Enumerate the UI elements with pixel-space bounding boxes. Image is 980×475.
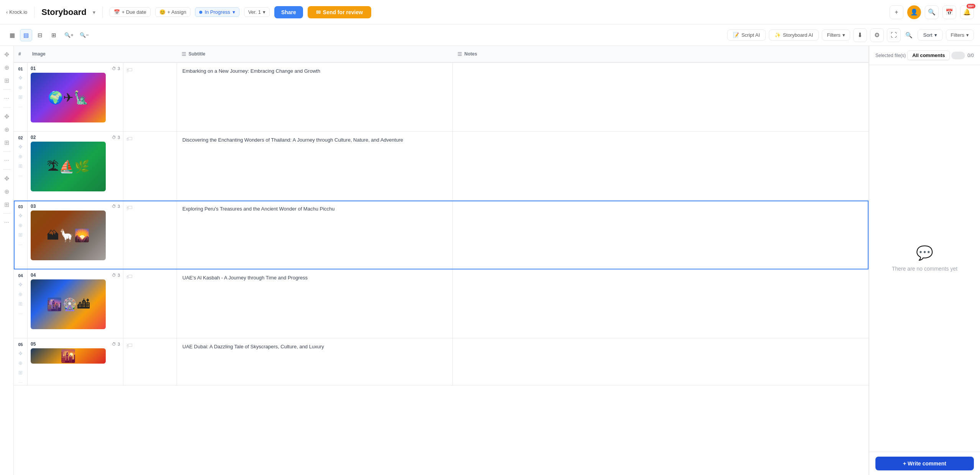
sidebar-move2-icon[interactable]: ✥ <box>2 111 12 122</box>
notification-button[interactable]: 🔔 99+ <box>960 5 974 19</box>
write-comment-button[interactable]: + Write comment <box>875 457 974 470</box>
sidebar-grid-icon[interactable]: ⊞ <box>2 75 12 86</box>
sidebar-more2-icon[interactable]: ··· <box>2 155 12 166</box>
sidebar-layers-icon[interactable]: ⊕ <box>2 62 12 73</box>
toggle-switch[interactable] <box>951 52 965 59</box>
tag-icon-1[interactable]: 🏷 <box>126 67 133 73</box>
tag-icon-3[interactable]: 🏷 <box>126 204 133 211</box>
sidebar-layers3-icon[interactable]: ⊕ <box>2 186 12 197</box>
th-num-label: # <box>18 51 21 57</box>
sidebar-more3-icon[interactable]: ··· <box>2 217 12 228</box>
more-icon-2[interactable]: ··· <box>18 173 23 178</box>
more-icon-1[interactable]: ··· <box>18 104 23 109</box>
move-icon-5[interactable]: ✥ <box>18 351 23 356</box>
row-number-5: 05 <box>18 342 23 347</box>
tag-cell-4: 🏷 <box>123 269 177 338</box>
grid-icon-5[interactable]: ⊞ <box>18 370 23 375</box>
avatar[interactable]: 👤 <box>907 5 921 19</box>
settings-button[interactable]: ⚙ <box>870 28 884 42</box>
sidebar-move3-icon[interactable]: ✥ <box>2 173 12 184</box>
notes-cell-5[interactable] <box>453 338 869 385</box>
notes-cell-1[interactable] <box>453 63 869 131</box>
download-button[interactable]: ⬇ <box>853 28 867 42</box>
search-small-button[interactable]: 🔍 <box>904 30 914 41</box>
more-icon-3[interactable]: ··· <box>18 242 23 247</box>
tag-icon-2[interactable]: 🏷 <box>126 135 133 142</box>
version-button[interactable]: Ver. 1 ▾ <box>244 7 270 17</box>
tag-icon-5[interactable]: 🏷 <box>126 342 133 349</box>
move-icon-3[interactable]: ✥ <box>18 213 23 219</box>
toolbar2: ▦ ▤ ⊟ ⊞ 🔍+ 🔍− 📝 Script AI ✨ Storyboard A… <box>0 24 980 46</box>
scene-image-1: 🌍✈🗽 <box>31 73 106 122</box>
storyboard-ai-button[interactable]: ✨ Storyboard AI <box>769 29 819 41</box>
move-icon-1[interactable]: ✥ <box>18 75 23 81</box>
zoom-out-button[interactable]: 🔍− <box>78 29 90 41</box>
subtitle-cell-3[interactable]: Exploring Peru's Treasures and the Ancie… <box>177 201 453 269</box>
calendar-button[interactable]: 📅 <box>942 5 956 19</box>
more-icon-4[interactable]: ··· <box>18 310 23 316</box>
image-cell-2[interactable]: 02 ⏱ 3 🏝⛵🌿 <box>28 132 123 200</box>
grid-icon-3[interactable]: ⊞ <box>18 232 23 238</box>
sidebar-sep5 <box>3 213 11 214</box>
subtitle-cell-1[interactable]: Embarking on a New Journey: Embracing Ch… <box>177 63 453 131</box>
back-button[interactable]: ‹ Krock.io <box>6 9 27 15</box>
clock-icon-3: ⏱ <box>112 204 116 209</box>
notes-cell-4[interactable] <box>453 269 869 338</box>
subtitle-cell-2[interactable]: Discovering the Enchanting Wonders of Th… <box>177 132 453 200</box>
layers-icon-1[interactable]: ⊕ <box>18 85 23 90</box>
grid-view-button[interactable]: ▦ <box>6 29 18 41</box>
sort-button[interactable]: Sort ▾ <box>918 29 943 41</box>
filters-main-button[interactable]: Filters ▾ <box>822 29 850 41</box>
layers-icon-2[interactable]: ⊕ <box>18 153 23 159</box>
status-button[interactable]: In Progress ▾ <box>195 7 239 17</box>
sidebar-grid3-icon[interactable]: ⊞ <box>2 199 12 210</box>
back-arrow-icon: ‹ <box>6 9 8 15</box>
scene-timer-3: ⏱ 3 <box>112 204 120 209</box>
sidebar-move-icon[interactable]: ✥ <box>2 49 12 60</box>
sidebar-grid2-icon[interactable]: ⊞ <box>2 137 12 148</box>
zoom-in-button[interactable]: 🔍+ <box>63 29 75 41</box>
search-button[interactable]: 🔍 <box>925 5 939 19</box>
table-view-button[interactable]: ⊟ <box>34 29 46 41</box>
sidebar-more-icon[interactable]: ··· <box>2 93 12 104</box>
notes-cell-2[interactable] <box>453 132 869 200</box>
filters2-button[interactable]: Filters ▾ <box>946 29 974 41</box>
storyboard-ai-icon: ✨ <box>775 32 781 38</box>
tag-icon-4[interactable]: 🏷 <box>126 273 133 280</box>
all-comments-tab[interactable]: All comments <box>907 51 950 60</box>
filters2-label: Filters <box>951 32 964 38</box>
due-date-button[interactable]: 📅 + Due date <box>110 7 151 17</box>
list-view-button[interactable]: ▤ <box>20 29 32 41</box>
subtitle-cell-5[interactable]: UAE Dubai: A Dazzling Tale of Skyscraper… <box>177 338 453 385</box>
send-review-button[interactable]: ✉ Send for review <box>308 6 371 18</box>
title-dropdown-icon[interactable]: ▾ <box>93 9 95 15</box>
subtitle-cell-4[interactable]: UAE's Al Kasbah - A Journey through Time… <box>177 269 453 338</box>
assign-button[interactable]: 😊 + Assign <box>155 7 191 17</box>
row-actions-1: ✥ ⊕ ⊞ ··· <box>18 73 23 109</box>
sidebar-sep4 <box>3 169 11 170</box>
script-ai-button[interactable]: 📝 Script AI <box>727 29 765 41</box>
image-cell-4[interactable]: 04 ⏱ 3 🌆🎡🏙 <box>28 269 123 338</box>
sidebar-layers2-icon[interactable]: ⊕ <box>2 124 12 135</box>
compact-view-button[interactable]: ⊞ <box>48 29 60 41</box>
settings-icon: ⚙ <box>874 31 880 39</box>
grid-icon-1[interactable]: ⊞ <box>18 94 23 100</box>
clock-icon-2: ⏱ <box>112 135 116 140</box>
more-icon-5[interactable]: ··· <box>18 379 23 385</box>
move-icon-2[interactable]: ✥ <box>18 144 23 150</box>
image-cell-5[interactable]: 05 ⏱ 3 🌇 <box>28 338 123 385</box>
grid-icon-4[interactable]: ⊞ <box>18 301 23 307</box>
grid-icon-2[interactable]: ⊞ <box>18 163 23 169</box>
notes-cell-3[interactable] <box>453 201 869 269</box>
move-icon-4[interactable]: ✥ <box>18 282 23 287</box>
layers-icon-3[interactable]: ⊕ <box>18 222 23 228</box>
layers-icon-4[interactable]: ⊕ <box>18 291 23 297</box>
fullscreen-button[interactable]: ⛶ <box>887 28 901 42</box>
image-cell-1[interactable]: 01 ⏱ 3 🌍✈🗽 <box>28 63 123 131</box>
layers-icon-5[interactable]: ⊕ <box>18 360 23 366</box>
clock-icon-4: ⏱ <box>112 273 116 277</box>
image-cell-3[interactable]: 03 ⏱ 3 🏔🦙🌄 <box>28 201 123 269</box>
add-button[interactable]: + <box>890 5 903 19</box>
version-label: Ver. 1 <box>248 9 261 15</box>
share-button[interactable]: Share <box>274 6 303 18</box>
